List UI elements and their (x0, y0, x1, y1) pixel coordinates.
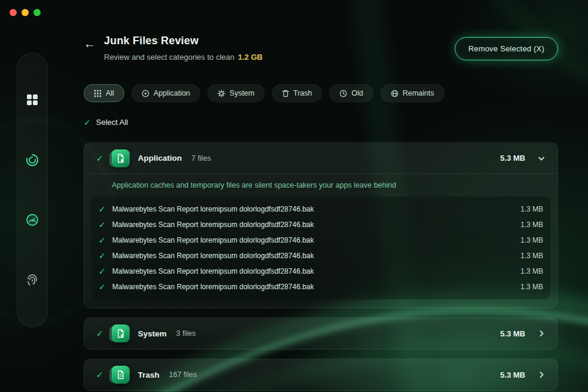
category-files-count: 7 files (191, 154, 211, 163)
subtitle-text: Review and select categories to clean (104, 53, 234, 62)
main-content: ← Junk Files Review Review and select ca… (84, 35, 558, 391)
system-file-icon (112, 324, 130, 342)
performance-gauge-icon[interactable] (25, 213, 39, 227)
file-name: Malwarebytes Scan Report loremipsum dolo… (112, 236, 314, 244)
zoom-window-button[interactable] (33, 9, 41, 16)
file-size: 1.3 MB (520, 205, 543, 213)
remove-selected-button[interactable]: Remove Selected (X) (455, 37, 558, 60)
file-name: Malwarebytes Scan Report loremipsum dolo… (112, 283, 314, 291)
file-row: ✓ Malwarebytes Scan Report loremipsum do… (99, 264, 543, 279)
file-row: ✓ Malwarebytes Scan Report loremipsum do… (99, 232, 543, 248)
chevron-right-icon[interactable] (537, 370, 546, 379)
category-header-system[interactable]: ✓ System 3 files 5.3 MB (84, 318, 558, 349)
filter-chip-label: Trash (293, 89, 313, 97)
category-files-count: 3 files (176, 329, 196, 338)
chevron-down-icon[interactable] (537, 154, 546, 163)
category-checkbox[interactable]: ✓ (96, 329, 103, 338)
category-name: Application (138, 154, 182, 163)
file-size: 1.3 MB (520, 236, 543, 244)
file-row: ✓ Malwarebytes Scan Report loremipsum do… (99, 201, 543, 217)
filter-chip-all[interactable]: All (84, 84, 124, 102)
page-title: Junk Files Review (104, 35, 262, 47)
category-size: 5.3 MB (500, 329, 525, 338)
trash-icon (282, 90, 289, 97)
sidebar (17, 53, 48, 327)
filter-chip-label: System (229, 89, 255, 97)
file-list: ✓ Malwarebytes Scan Report loremipsum do… (91, 197, 550, 299)
file-checkbox[interactable]: ✓ (99, 267, 106, 275)
filter-chips: All Application System Trash Old (84, 84, 558, 102)
category-name: System (138, 329, 167, 338)
category-card-trash: ✓ Trash 167 files 5.3 MB (84, 359, 558, 391)
file-name: Malwarebytes Scan Report loremipsum dolo… (112, 252, 314, 260)
file-checkbox[interactable]: ✓ (99, 236, 106, 244)
file-name: Malwarebytes Scan Report loremipsum dolo… (112, 267, 314, 275)
page-subtitle: Review and select categories to clean1.2… (104, 53, 262, 62)
select-all-control[interactable]: ✓ Select All (84, 118, 558, 127)
category-files-count: 167 files (169, 370, 197, 379)
file-name: Malwarebytes Scan Report loremipsum dolo… (112, 220, 314, 229)
filter-chip-system[interactable]: System (207, 84, 265, 102)
category-description: Application caches and temporary files a… (84, 174, 558, 195)
file-size: 1.3 MB (520, 283, 543, 291)
filter-chip-label: Application (154, 89, 190, 97)
back-arrow-icon[interactable]: ← (84, 36, 96, 62)
file-checkbox[interactable]: ✓ (99, 205, 106, 213)
close-window-button[interactable] (10, 9, 17, 16)
grid-dots-icon (94, 90, 102, 97)
window-controls (10, 9, 41, 16)
file-row: ✓ Malwarebytes Scan Report loremipsum do… (99, 217, 543, 232)
category-header-application[interactable]: ✓ Application 7 files 5.3 MB (84, 143, 558, 174)
clock-icon (339, 90, 347, 97)
file-size: 1.3 MB (520, 252, 543, 260)
category-name: Trash (138, 370, 160, 379)
filter-chip-trash[interactable]: Trash (272, 84, 323, 102)
scan-swirl-icon[interactable] (25, 153, 39, 167)
category-size: 5.3 MB (500, 154, 525, 163)
chevron-right-icon[interactable] (537, 329, 546, 338)
gear-icon (218, 90, 225, 97)
file-size: 1.3 MB (520, 267, 543, 275)
filter-chip-old[interactable]: Old (329, 84, 373, 102)
category-card-application: ✓ Application 7 files 5.3 MB Application… (84, 142, 558, 308)
file-checkbox[interactable]: ✓ (99, 220, 106, 229)
page-header: ← Junk Files Review Review and select ca… (84, 35, 558, 62)
category-header-trash[interactable]: ✓ Trash 167 files 5.3 MB (84, 359, 558, 390)
select-all-label: Select All (96, 118, 128, 127)
privacy-fingerprint-icon[interactable] (25, 273, 39, 287)
trash-file-icon (112, 366, 130, 384)
select-all-checkbox[interactable]: ✓ (84, 118, 91, 127)
file-row: ✓ Malwarebytes Scan Report loremipsum do… (99, 248, 543, 264)
file-checkbox[interactable]: ✓ (99, 252, 106, 260)
filter-chip-application[interactable]: Application (131, 84, 200, 102)
dashboard-grid-icon[interactable] (25, 93, 39, 107)
total-size-value: 1.2 GB (238, 53, 262, 62)
file-checkbox[interactable]: ✓ (99, 283, 106, 291)
minimize-window-button[interactable] (22, 9, 29, 16)
file-name: Malwarebytes Scan Report loremipsum dolo… (112, 205, 314, 213)
globe-icon (391, 90, 399, 97)
filter-chip-label: Remaints (403, 89, 434, 97)
filter-chip-remaints[interactable]: Remaints (381, 84, 445, 102)
category-card-system: ✓ System 3 files 5.3 MB (84, 317, 558, 350)
file-row: ✓ Malwarebytes Scan Report loremipsum do… (99, 279, 543, 295)
category-checkbox[interactable]: ✓ (96, 370, 103, 379)
file-size: 1.3 MB (520, 220, 543, 229)
application-file-icon (112, 149, 130, 167)
category-size: 5.3 MB (500, 370, 525, 379)
app-circle-icon (142, 90, 149, 97)
filter-chip-label: Old (351, 89, 363, 97)
filter-chip-label: All (106, 89, 114, 97)
category-checkbox[interactable]: ✓ (96, 154, 103, 163)
